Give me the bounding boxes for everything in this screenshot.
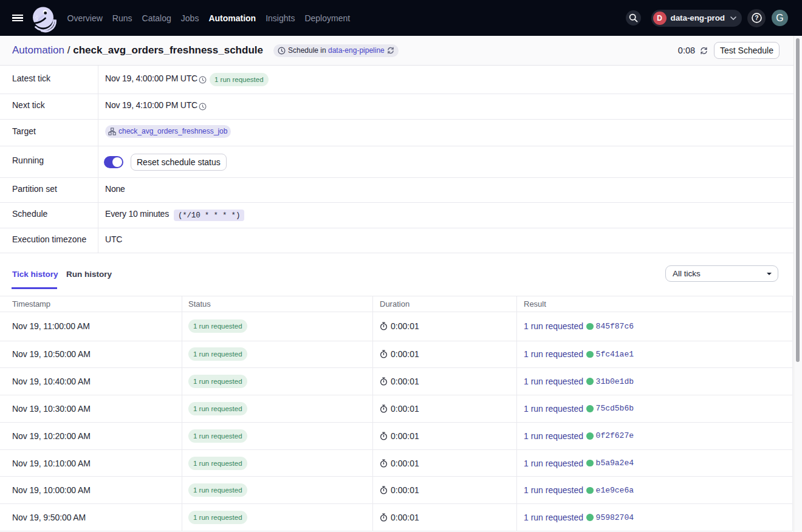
svg-text:?: ? bbox=[755, 15, 758, 21]
